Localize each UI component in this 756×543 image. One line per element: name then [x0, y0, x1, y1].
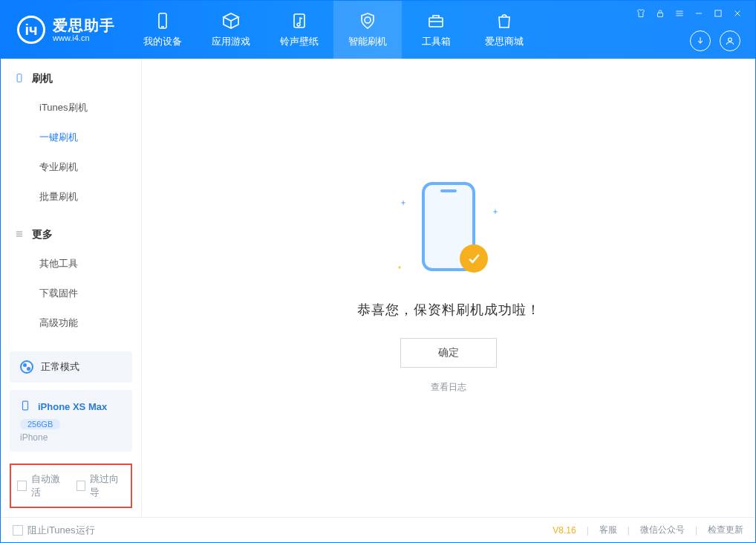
- sparkle-icon: [397, 259, 402, 264]
- separator: |: [695, 525, 697, 536]
- checkbox-auto-activate[interactable]: 自动激活: [17, 472, 66, 499]
- success-illustration: [393, 182, 504, 279]
- phone-icon: [153, 11, 172, 30]
- app-body: 刷机 iTunes刷机 一键刷机 专业刷机 批量刷机 更多 其他工具 下载固件: [1, 59, 755, 517]
- sidebar: 刷机 iTunes刷机 一键刷机 专业刷机 批量刷机 更多 其他工具 下载固件: [1, 59, 142, 517]
- main-content: 恭喜您，保资料刷机成功啦！ 确定 查看日志: [142, 59, 755, 517]
- sidebar-section-more: 更多 其他工具 下载固件 高级功能: [1, 215, 141, 341]
- checkbox-block-itunes[interactable]: 阻止iTunes运行: [13, 524, 95, 537]
- checkbox-skip-guide[interactable]: 跳过向导: [76, 472, 126, 499]
- mode-card[interactable]: 正常模式: [10, 351, 132, 383]
- logo: iч 爱思助手 www.i4.cn: [1, 1, 128, 59]
- device-storage: 256GB: [20, 419, 60, 429]
- sidebar-header-flash: 刷机: [1, 72, 141, 93]
- nav-store[interactable]: 爱思商城: [470, 1, 538, 59]
- svg-rect-20: [23, 401, 28, 410]
- nav-label: 应用游戏: [212, 35, 250, 48]
- menu-icon[interactable]: [674, 8, 685, 19]
- lock-icon[interactable]: [654, 8, 666, 19]
- nav-smart-flash[interactable]: 智能刷机: [333, 1, 402, 59]
- footer-link-update[interactable]: 检查更新: [708, 524, 743, 536]
- list-icon: [14, 229, 25, 241]
- app-title: 爱思助手: [53, 17, 115, 33]
- sidebar-section-flash: 刷机 iTunes刷机 一键刷机 专业刷机 批量刷机: [1, 59, 141, 215]
- app-url: www.i4.cn: [53, 33, 115, 42]
- ok-button[interactable]: 确定: [400, 338, 497, 368]
- checkbox-box: [17, 481, 27, 491]
- checkbox-label: 自动激活: [31, 472, 66, 499]
- nav-label: 我的设备: [143, 35, 182, 48]
- svg-rect-11: [715, 10, 721, 16]
- sparkle-icon: [400, 195, 406, 201]
- separator: |: [587, 525, 589, 536]
- sidebar-title: 更多: [32, 228, 53, 241]
- close-button[interactable]: [731, 8, 743, 19]
- check-badge-icon: [460, 244, 488, 273]
- maximize-button[interactable]: [712, 8, 724, 19]
- app-header: iч 爱思助手 www.i4.cn 我的设备 应用游戏 铃声壁纸 智能刷机: [1, 1, 755, 59]
- sidebar-item-itunes-flash[interactable]: iTunes刷机: [1, 93, 141, 123]
- sidebar-title: 刷机: [32, 72, 53, 85]
- mode-icon: [20, 360, 33, 374]
- nav-my-device[interactable]: 我的设备: [128, 1, 197, 59]
- options-row: 自动激活 跳过向导: [10, 464, 132, 508]
- separator: |: [628, 525, 630, 536]
- device-card[interactable]: iPhone XS Max 256GB iPhone: [10, 390, 132, 452]
- sidebar-item-pro-flash[interactable]: 专业刷机: [1, 152, 141, 182]
- nav-label: 工具箱: [422, 35, 451, 48]
- checkbox-box: [76, 481, 86, 491]
- svg-rect-6: [658, 13, 663, 16]
- device-phone-icon: [20, 399, 30, 414]
- device-cards: 正常模式 iPhone XS Max 256GB iPhone: [1, 344, 141, 459]
- toolbox-icon: [426, 11, 446, 30]
- download-button[interactable]: [690, 30, 711, 51]
- device-type: iPhone: [20, 432, 122, 443]
- nav-ringtone-wallpaper[interactable]: 铃声壁纸: [265, 1, 333, 59]
- shopping-bag-icon: [495, 11, 514, 30]
- checkbox-label: 跳过向导: [90, 472, 125, 499]
- main-nav: 我的设备 应用游戏 铃声壁纸 智能刷机 工具箱 爱思商城: [128, 1, 538, 59]
- nav-label: 智能刷机: [348, 35, 387, 48]
- device-name: iPhone XS Max: [38, 401, 107, 412]
- footer-link-wechat[interactable]: 微信公众号: [640, 524, 685, 536]
- sidebar-item-batch-flash[interactable]: 批量刷机: [1, 182, 141, 212]
- user-button[interactable]: [720, 30, 740, 51]
- minimize-button[interactable]: [693, 8, 705, 19]
- version-label: V8.16: [553, 525, 576, 536]
- footer: 阻止iTunes运行 V8.16 | 客服 | 微信公众号 | 检查更新: [1, 517, 755, 542]
- cube-icon: [221, 11, 241, 30]
- sidebar-header-more: 更多: [1, 228, 141, 249]
- nav-label: 爱思商城: [485, 35, 524, 48]
- footer-link-support[interactable]: 客服: [599, 524, 617, 536]
- checkbox-label: 阻止iTunes运行: [27, 524, 95, 537]
- svg-rect-4: [429, 18, 443, 27]
- success-message: 恭喜您，保资料刷机成功啦！: [357, 301, 541, 319]
- svg-rect-0: [159, 13, 166, 28]
- checkbox-box: [13, 525, 23, 536]
- mode-label: 正常模式: [41, 360, 79, 374]
- nav-apps-games[interactable]: 应用游戏: [197, 1, 265, 59]
- logo-icon: iч: [17, 16, 45, 44]
- shield-refresh-icon: [358, 11, 377, 30]
- header-actions: [690, 30, 740, 51]
- music-file-icon: [290, 11, 309, 30]
- tshirt-icon[interactable]: [635, 8, 647, 19]
- svg-point-15: [729, 38, 732, 42]
- svg-rect-16: [17, 74, 22, 82]
- view-log-link[interactable]: 查看日志: [431, 381, 466, 394]
- sidebar-item-download-firmware[interactable]: 下载固件: [1, 279, 141, 308]
- window-controls: [635, 8, 743, 19]
- app-window: iч 爱思助手 www.i4.cn 我的设备 应用游戏 铃声壁纸 智能刷机: [0, 0, 756, 543]
- sidebar-item-other-tools[interactable]: 其他工具: [1, 249, 141, 279]
- device-icon: [14, 73, 25, 85]
- sidebar-item-oneclick-flash[interactable]: 一键刷机: [1, 123, 141, 152]
- nav-label: 铃声壁纸: [280, 35, 319, 48]
- nav-toolbox[interactable]: 工具箱: [402, 1, 470, 59]
- sidebar-item-advanced[interactable]: 高级功能: [1, 308, 141, 338]
- sparkle-icon: [492, 204, 498, 210]
